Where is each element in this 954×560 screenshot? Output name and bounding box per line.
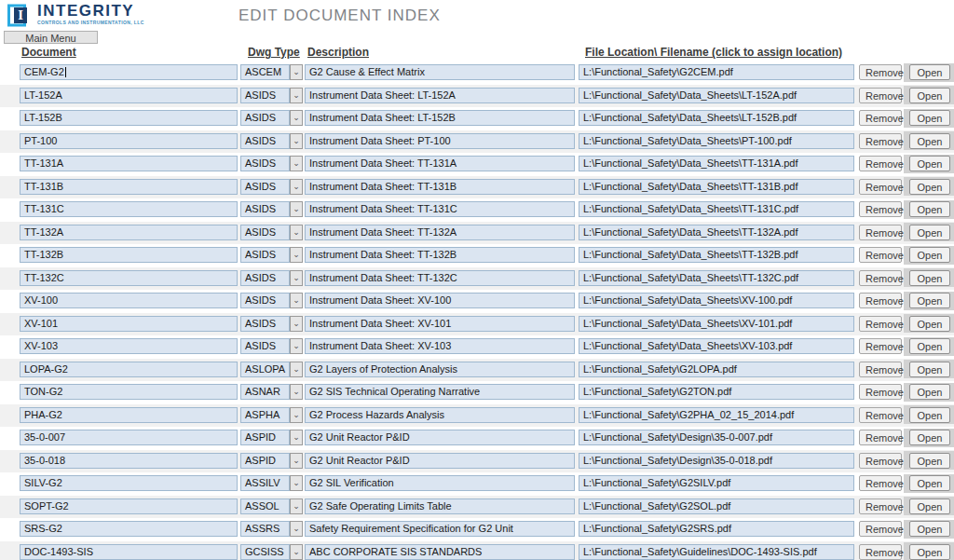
dwg-type-combobox[interactable]: ASPHA (240, 407, 290, 423)
remove-button[interactable]: Remove (859, 430, 902, 445)
description-input[interactable]: ABC CORPORATE SIS STANDARDS (305, 544, 575, 560)
file-location-input[interactable]: L:\Functional_Safety\Data_Sheets\XV-103.… (579, 338, 854, 354)
dwg-type-combobox[interactable]: ASSRS (240, 521, 290, 537)
file-location-input[interactable]: L:\Functional_Safety\Data_Sheets\XV-101.… (579, 316, 854, 332)
description-input[interactable]: G2 Process Hazards Analysis (305, 407, 575, 423)
chevron-down-icon[interactable]: ⌄ (290, 430, 303, 445)
description-input[interactable]: Instrument Data Sheet: TT-132B (305, 247, 575, 263)
remove-button[interactable]: Remove (859, 247, 902, 263)
description-input[interactable]: Safety Requirement Specification for G2 … (305, 521, 575, 537)
open-button[interactable]: Open (909, 521, 950, 537)
chevron-down-icon[interactable]: ⌄ (290, 316, 303, 332)
remove-button[interactable]: Remove (859, 179, 902, 195)
description-input[interactable]: G2 SIS Technical Operating Narrative (305, 384, 575, 400)
document-input[interactable]: TT-132A (20, 225, 238, 240)
remove-button[interactable]: Remove (859, 475, 902, 491)
chevron-down-icon[interactable]: ⌄ (290, 407, 303, 423)
document-input[interactable]: XV-101 (20, 316, 238, 332)
dwg-type-combobox[interactable]: ASLOPA (240, 362, 290, 377)
description-input[interactable]: G2 Unit Reactor P&ID (305, 430, 575, 445)
remove-button[interactable]: Remove (859, 110, 902, 126)
open-button[interactable]: Open (909, 225, 950, 240)
file-location-input[interactable]: L:\Functional_Safety\G2TON.pdf (579, 384, 854, 400)
description-input[interactable]: G2 Unit Reactor P&ID (305, 453, 575, 469)
description-input[interactable]: Instrument Data Sheet: XV-101 (305, 316, 575, 332)
file-location-input[interactable]: L:\Functional_Safety\Data_Sheets\PT-100.… (579, 133, 854, 149)
chevron-down-icon[interactable]: ⌄ (290, 499, 303, 514)
document-input[interactable]: PT-100 (20, 133, 238, 149)
remove-button[interactable]: Remove (859, 270, 902, 286)
remove-button[interactable]: Remove (859, 64, 902, 80)
document-input[interactable]: SOPT-G2 (20, 499, 238, 514)
document-input[interactable]: LT-152A (20, 88, 238, 103)
file-location-input[interactable]: L:\Functional_Safety\G2SOL.pdf (579, 499, 854, 514)
remove-button[interactable]: Remove (859, 133, 902, 149)
chevron-down-icon[interactable]: ⌄ (290, 247, 303, 263)
description-input[interactable]: Instrument Data Sheet: LT-152A (305, 88, 575, 103)
dwg-type-combobox[interactable]: ASIDS (240, 156, 290, 171)
chevron-down-icon[interactable]: ⌄ (290, 270, 303, 286)
chevron-down-icon[interactable]: ⌄ (290, 293, 303, 308)
chevron-down-icon[interactable]: ⌄ (290, 338, 303, 354)
description-input[interactable]: Instrument Data Sheet: TT-132C (305, 270, 575, 286)
chevron-down-icon[interactable]: ⌄ (290, 88, 303, 103)
open-button[interactable]: Open (909, 64, 950, 80)
chevron-down-icon[interactable]: ⌄ (290, 544, 303, 560)
dwg-type-combobox[interactable]: ASIDS (240, 225, 290, 240)
chevron-down-icon[interactable]: ⌄ (290, 475, 303, 491)
document-input[interactable]: TT-131B (20, 179, 238, 195)
description-input[interactable]: Instrument Data Sheet: XV-100 (305, 293, 575, 308)
open-button[interactable]: Open (909, 384, 950, 400)
file-location-input[interactable]: L:\Functional_Safety\Design\35-0-007.pdf (579, 430, 854, 445)
document-input[interactable]: LOPA-G2 (20, 362, 238, 377)
remove-button[interactable]: Remove (859, 362, 902, 377)
document-input[interactable]: TT-131C (20, 201, 238, 217)
chevron-down-icon[interactable]: ⌄ (290, 521, 303, 537)
dwg-type-combobox[interactable]: ASIDS (240, 247, 290, 263)
document-input[interactable]: SILV-G2 (20, 475, 238, 491)
file-location-input[interactable]: L:\Functional_Safety\Guidelines\DOC-1493… (579, 544, 854, 560)
document-input[interactable]: SRS-G2 (20, 521, 238, 537)
file-location-input[interactable]: L:\Functional_Safety\G2PHA_02_15_2014.pd… (579, 407, 854, 423)
description-input[interactable]: Instrument Data Sheet: LT-152B (305, 110, 575, 126)
file-location-input[interactable]: L:\Functional_Safety\Design\35-0-018.pdf (579, 453, 854, 469)
file-location-input[interactable]: L:\Functional_Safety\G2SRS.pdf (579, 521, 854, 537)
open-button[interactable]: Open (909, 430, 950, 445)
description-input[interactable]: G2 Cause & Effect Matrix (305, 64, 575, 80)
remove-button[interactable]: Remove (859, 338, 902, 354)
dwg-type-combobox[interactable]: ASPID (240, 453, 290, 469)
file-location-input[interactable]: L:\Functional_Safety\G2CEM.pdf (579, 64, 854, 80)
document-input[interactable]: XV-100 (20, 293, 238, 308)
open-button[interactable]: Open (909, 88, 950, 103)
file-location-input[interactable]: L:\Functional_Safety\Data_Sheets\TT-132C… (579, 270, 854, 286)
description-input[interactable]: G2 Safe Operating Limits Table (305, 499, 575, 514)
dwg-type-combobox[interactable]: ASIDS (240, 88, 290, 103)
remove-button[interactable]: Remove (859, 225, 902, 240)
description-input[interactable]: Instrument Data Sheet: XV-103 (305, 338, 575, 354)
chevron-down-icon[interactable]: ⌄ (290, 156, 303, 171)
file-location-input[interactable]: L:\Functional_Safety\G2LOPA.pdf (579, 362, 854, 377)
dwg-type-combobox[interactable]: ASIDS (240, 133, 290, 149)
open-button[interactable]: Open (909, 201, 950, 217)
remove-button[interactable]: Remove (859, 316, 902, 332)
file-location-input[interactable]: L:\Functional_Safety\Data_Sheets\TT-131B… (579, 179, 854, 195)
remove-button[interactable]: Remove (859, 88, 902, 103)
description-input[interactable]: G2 Layers of Protection Analysis (305, 362, 575, 377)
chevron-down-icon[interactable]: ⌄ (290, 362, 303, 377)
main-menu-button[interactable]: Main Menu (4, 31, 98, 44)
description-input[interactable]: Instrument Data Sheet: TT-131A (305, 156, 575, 171)
document-input[interactable]: LT-152B (20, 110, 238, 126)
chevron-down-icon[interactable]: ⌄ (290, 201, 303, 217)
file-location-input[interactable]: L:\Functional_Safety\Data_Sheets\TT-131C… (579, 201, 854, 217)
open-button[interactable]: Open (909, 544, 950, 560)
file-location-input[interactable]: L:\Functional_Safety\Data_Sheets\TT-132B… (579, 247, 854, 263)
dwg-type-combobox[interactable]: ASIDS (240, 338, 290, 354)
remove-button[interactable]: Remove (859, 293, 902, 308)
open-button[interactable]: Open (909, 362, 950, 377)
remove-button[interactable]: Remove (859, 407, 902, 423)
dwg-type-combobox[interactable]: GCSISS (240, 544, 290, 560)
file-location-input[interactable]: L:\Functional_Safety\Data_Sheets\LT-152B… (579, 110, 854, 126)
description-input[interactable]: G2 SIL Verification (305, 475, 575, 491)
document-input[interactable]: DOC-1493-SIS (20, 544, 238, 560)
open-button[interactable]: Open (909, 316, 950, 332)
